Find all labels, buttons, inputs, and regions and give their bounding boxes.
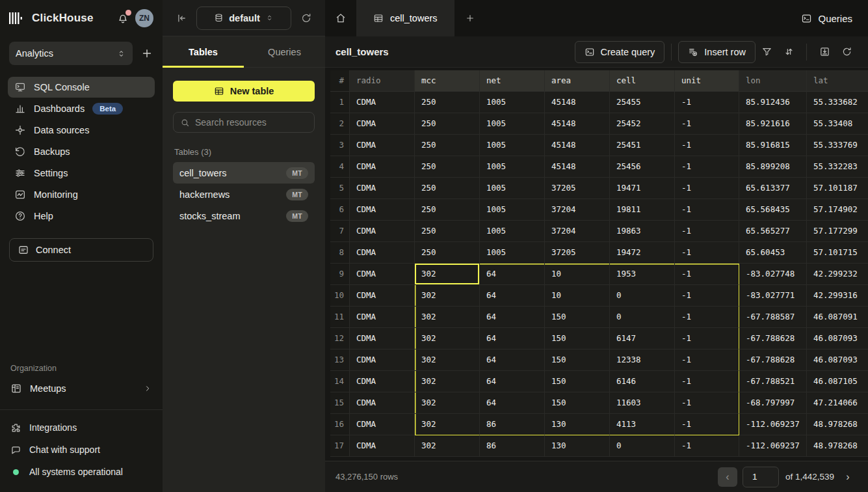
data-cell[interactable]: 150: [545, 328, 610, 349]
data-cell[interactable]: 0: [610, 285, 675, 307]
data-cell[interactable]: 1005: [480, 221, 545, 242]
data-cell[interactable]: 302: [415, 435, 480, 457]
refresh-explorer-icon[interactable]: [300, 12, 312, 24]
row-number-cell[interactable]: 10: [330, 285, 350, 307]
data-cell[interactable]: 1005: [480, 156, 545, 178]
data-cell[interactable]: 85.916815: [739, 135, 807, 156]
row-number-cell[interactable]: 14: [330, 371, 350, 392]
column-header-cell[interactable]: cell: [610, 70, 675, 92]
next-page-button[interactable]: ›: [838, 467, 858, 487]
row-number-cell[interactable]: 11: [330, 307, 350, 328]
data-cell[interactable]: 302: [415, 371, 480, 392]
data-cell[interactable]: 46.087091: [807, 307, 868, 328]
row-number-cell[interactable]: 9: [330, 264, 350, 285]
row-number-cell[interactable]: 15: [330, 392, 350, 414]
collapse-panel-icon[interactable]: [176, 12, 187, 24]
data-cell[interactable]: 150: [545, 307, 610, 328]
row-number-cell[interactable]: 3: [330, 135, 350, 156]
data-cell[interactable]: CDMA: [350, 156, 415, 178]
data-cell[interactable]: 37204: [545, 221, 610, 242]
data-cell[interactable]: 64: [480, 328, 545, 349]
home-button[interactable]: [325, 0, 356, 36]
data-cell[interactable]: 55.33408: [807, 113, 868, 135]
data-cell[interactable]: 250: [415, 199, 480, 221]
data-cell[interactable]: -67.788628: [739, 349, 807, 371]
data-cell[interactable]: -1: [675, 349, 739, 371]
data-cell[interactable]: -1: [675, 199, 739, 221]
data-cell[interactable]: 302: [415, 285, 480, 307]
sidebar-item-all-systems-operational[interactable]: All systems operational: [10, 462, 152, 482]
column-header-net[interactable]: net: [480, 70, 545, 92]
sidebar-item-backups[interactable]: Backups: [8, 141, 155, 162]
download-button[interactable]: [813, 41, 835, 63]
data-cell[interactable]: 302: [415, 414, 480, 435]
data-cell[interactable]: 57.101187: [807, 178, 868, 199]
data-cell[interactable]: 45148: [545, 113, 610, 135]
data-cell[interactable]: 4113: [610, 414, 675, 435]
sidebar-item-sql-console[interactable]: SQL Console: [8, 77, 155, 98]
data-cell[interactable]: 37205: [545, 178, 610, 199]
sidebar-item-meetups[interactable]: Meetups: [0, 377, 163, 400]
data-cell[interactable]: 55.332283: [807, 156, 868, 178]
sidebar-item-chat-with-support[interactable]: Chat with support: [10, 440, 152, 459]
column-header-row-number[interactable]: #: [330, 70, 350, 92]
data-cell[interactable]: 85.921616: [739, 113, 807, 135]
data-cell[interactable]: 65.568435: [739, 199, 807, 221]
data-cell[interactable]: -1: [675, 371, 739, 392]
data-cell[interactable]: -67.788628: [739, 328, 807, 349]
data-cell[interactable]: 11603: [610, 392, 675, 414]
data-cell[interactable]: 48.978268: [807, 414, 868, 435]
data-cell[interactable]: 25455: [610, 92, 675, 113]
data-cell[interactable]: 64: [480, 307, 545, 328]
data-cell[interactable]: 86: [480, 414, 545, 435]
database-selector[interactable]: default: [196, 7, 291, 30]
data-cell[interactable]: 37205: [545, 242, 610, 264]
data-cell[interactable]: -1: [675, 92, 739, 113]
data-cell[interactable]: 1953: [610, 264, 675, 285]
data-cell[interactable]: 250: [415, 135, 480, 156]
new-tab-button[interactable]: [454, 0, 486, 36]
data-cell[interactable]: 10: [545, 285, 610, 307]
data-cell[interactable]: 55.333769: [807, 135, 868, 156]
sort-button[interactable]: [778, 41, 800, 63]
data-cell[interactable]: 250: [415, 92, 480, 113]
column-header-lon[interactable]: lon: [739, 70, 807, 92]
data-cell[interactable]: 48.978268: [807, 435, 868, 457]
column-header-area[interactable]: area: [545, 70, 610, 92]
data-cell[interactable]: 250: [415, 178, 480, 199]
data-cell[interactable]: CDMA: [350, 113, 415, 135]
data-cell[interactable]: 85.899208: [739, 156, 807, 178]
data-cell[interactable]: 10: [545, 264, 610, 285]
data-cell[interactable]: 64: [480, 264, 545, 285]
row-number-cell[interactable]: 13: [330, 349, 350, 371]
column-header-unit[interactable]: unit: [675, 70, 739, 92]
row-number-cell[interactable]: 7: [330, 221, 350, 242]
sidebar-item-monitoring[interactable]: Monitoring: [8, 184, 155, 205]
create-query-button[interactable]: Create query: [575, 41, 665, 63]
data-cell[interactable]: CDMA: [350, 371, 415, 392]
row-number-cell[interactable]: 6: [330, 199, 350, 221]
data-cell[interactable]: 302: [415, 349, 480, 371]
data-cell[interactable]: 1005: [480, 178, 545, 199]
data-cell[interactable]: 45148: [545, 92, 610, 113]
table-list-item-hackernews[interactable]: hackernewsMT: [173, 184, 315, 205]
data-cell[interactable]: 57.174902: [807, 199, 868, 221]
sidebar-item-help[interactable]: Help: [8, 206, 155, 226]
queries-button[interactable]: Queries: [785, 0, 868, 36]
notifications-button[interactable]: [116, 12, 129, 25]
avatar[interactable]: ZN: [135, 9, 153, 27]
data-cell[interactable]: CDMA: [350, 178, 415, 199]
data-cell[interactable]: 64: [480, 371, 545, 392]
data-cell[interactable]: CDMA: [350, 285, 415, 307]
tab-tables[interactable]: Tables: [163, 36, 244, 67]
table-list-item-cell-towers[interactable]: cell_towersMT: [173, 162, 315, 184]
data-cell[interactable]: 46.087093: [807, 328, 868, 349]
data-cell[interactable]: 55.333682: [807, 92, 868, 113]
table-list-item-stocks-stream[interactable]: stocks_streamMT: [173, 205, 315, 226]
data-cell[interactable]: 130: [545, 435, 610, 457]
data-cell[interactable]: 1005: [480, 199, 545, 221]
sidebar-item-settings[interactable]: Settings: [8, 163, 155, 184]
data-cell[interactable]: 65.565277: [739, 221, 807, 242]
data-cell[interactable]: -1: [675, 264, 739, 285]
row-number-cell[interactable]: 12: [330, 328, 350, 349]
